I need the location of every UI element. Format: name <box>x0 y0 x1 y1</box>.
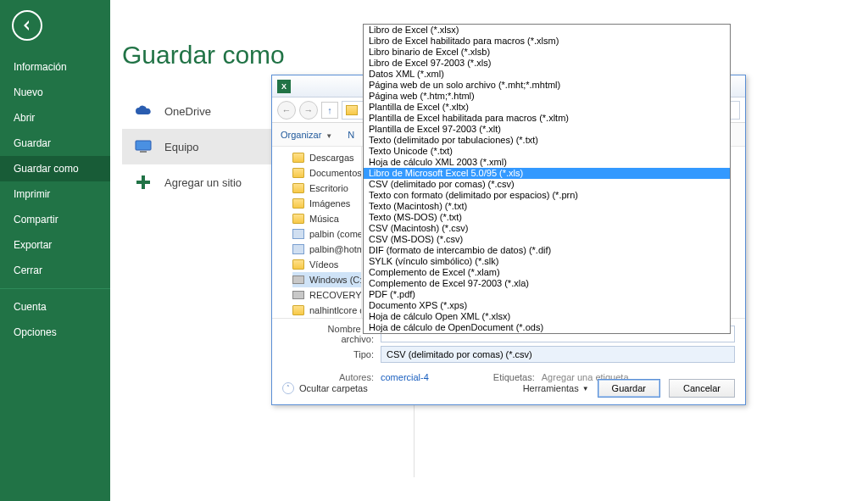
hide-folders-label: Ocultar carpetas <box>299 383 368 393</box>
filetype-option[interactable]: Datos XML (*.xml) <box>364 69 730 80</box>
filetype-option[interactable]: Texto Unicode (*.txt) <box>364 146 730 157</box>
drive-icon <box>292 276 304 284</box>
folder-icon <box>292 214 304 224</box>
filetype-option[interactable]: Libro de Excel habilitado para macros (*… <box>364 36 730 47</box>
organize-menu[interactable]: Organizar ▼ <box>281 130 332 140</box>
sidebar-item[interactable]: Guardar como <box>0 156 110 181</box>
folder-tree-item[interactable]: palbin@hotm <box>292 242 361 257</box>
filetype-option[interactable]: Texto (Macintosh) (*.txt) <box>364 201 730 212</box>
filetype-options-list[interactable]: Libro de Excel (*.xlsx)Libro de Excel ha… <box>363 24 731 334</box>
filetype-option[interactable]: Documento XPS (*.xps) <box>364 300 730 311</box>
folder-label: palbin@hotm <box>309 244 362 254</box>
folder-label: Imágenes <box>309 198 350 209</box>
filetype-option[interactable]: Hoja de cálculo Open XML (*.xlsx) <box>364 311 730 322</box>
sidebar-item[interactable]: Guardar <box>0 131 110 156</box>
folder-tree-item[interactable]: Imágenes <box>292 196 361 211</box>
folder-tree-item[interactable]: Escritorio <box>292 181 361 196</box>
nav-back-button[interactable]: ← <box>277 101 296 120</box>
location-label: Agregar un sitio <box>164 176 242 189</box>
folder-tree-item[interactable]: palbin (comer <box>292 226 361 242</box>
chevron-down-icon: ▼ <box>326 132 332 140</box>
filetype-label: Tipo: <box>298 349 374 359</box>
filetype-option[interactable]: Plantilla de Excel (*.xltx) <box>364 102 730 113</box>
filetype-option[interactable]: Página web (*.htm;*.html) <box>364 91 730 102</box>
plus-icon <box>134 173 153 192</box>
folder-label: Música <box>309 214 339 224</box>
folder-label: Descargas <box>309 153 354 163</box>
save-button[interactable]: Guardar <box>598 379 660 398</box>
folder-tree-item[interactable]: Vídeos <box>292 257 361 272</box>
folder-icon <box>346 105 358 115</box>
folder-icon <box>292 229 304 239</box>
folder-tree-item[interactable]: Descargas <box>292 150 361 165</box>
folder-icon <box>292 305 304 315</box>
filetype-option[interactable]: Texto con formato (delimitado por espaci… <box>364 190 730 201</box>
sidebar-item[interactable]: Información <box>0 54 110 80</box>
sidebar-item[interactable]: Abrir <box>0 105 110 131</box>
sidebar-item[interactable]: Nuevo <box>0 80 110 105</box>
sidebar-item[interactable]: Imprimir <box>0 181 110 207</box>
folder-tree[interactable]: DescargasDocumentosEscritorioImágenesMús… <box>272 147 362 318</box>
svg-rect-1 <box>140 151 147 153</box>
sidebar-item[interactable]: Cuenta <box>0 294 110 320</box>
folder-label: RECOVERY (D <box>309 290 362 300</box>
nav-forward-button[interactable]: → <box>299 101 318 120</box>
folder-tree-item[interactable]: Windows (C:) <box>292 272 361 287</box>
folder-tree-item[interactable]: nalhintlcore d <box>292 303 361 318</box>
filetype-option[interactable]: Complemento de Excel 97-2003 (*.xla) <box>364 278 730 289</box>
excel-icon: X <box>277 80 291 93</box>
dialog-footer: ˄ Ocultar carpetas Herramientas ▼ Guarda… <box>272 379 745 398</box>
cloud-icon <box>134 102 153 120</box>
computer-icon <box>134 137 153 156</box>
folder-label: Escritorio <box>309 183 348 193</box>
filetype-option[interactable]: Libro de Excel 97-2003 (*.xls) <box>364 58 730 69</box>
location-label: OneDrive <box>164 105 211 118</box>
folder-icon <box>292 168 304 178</box>
svg-rect-0 <box>136 141 151 150</box>
sidebar-item[interactable]: Exportar <box>0 232 110 258</box>
new-folder-menu[interactable]: N <box>348 130 354 140</box>
filetype-option[interactable]: CSV (Macintosh) (*.csv) <box>364 223 730 234</box>
sidebar-item[interactable]: Cerrar <box>0 258 110 283</box>
folder-icon <box>292 244 304 254</box>
filetype-option[interactable]: Libro de Excel (*.xlsx) <box>364 25 730 36</box>
filetype-option[interactable]: Hoja de cálculo XML 2003 (*.xml) <box>364 157 730 168</box>
filetype-option[interactable]: DIF (formato de intercambio de datos) (*… <box>364 245 730 256</box>
nav-up-button[interactable]: ↑ <box>321 102 338 119</box>
location-label: Equipo <box>164 141 198 153</box>
folder-label: palbin (comer <box>309 229 362 239</box>
tools-menu[interactable]: Herramientas ▼ <box>523 383 589 393</box>
folder-label: Windows (C:) <box>309 275 362 285</box>
sidebar-item[interactable]: Opciones <box>0 320 110 345</box>
folder-tree-item[interactable]: Música <box>292 211 361 226</box>
folder-icon <box>292 198 304 209</box>
folder-label: nalhintlcore d <box>309 305 362 315</box>
drive-icon <box>292 291 304 299</box>
folder-label: Documentos <box>309 168 362 178</box>
back-button[interactable] <box>12 10 42 41</box>
cancel-button[interactable]: Cancelar <box>669 379 735 398</box>
sidebar-separator <box>0 288 110 289</box>
filetype-dropdown[interactable] <box>381 346 735 363</box>
filetype-option[interactable]: Plantilla de Excel 97-2003 (*.xlt) <box>364 124 730 135</box>
backstage-sidebar: InformaciónNuevoAbrirGuardarGuardar como… <box>0 0 110 501</box>
filetype-option[interactable]: Texto (delimitado por tabulaciones) (*.t… <box>364 135 730 146</box>
filetype-option[interactable]: Plantilla de Excel habilitada para macro… <box>364 113 730 124</box>
filetype-option[interactable]: Página web de un solo archivo (*.mht;*.m… <box>364 80 730 91</box>
filetype-option[interactable]: Complemento de Excel (*.xlam) <box>364 267 730 278</box>
filetype-option[interactable]: PDF (*.pdf) <box>364 289 730 300</box>
filetype-option[interactable]: CSV (MS-DOS) (*.csv) <box>364 234 730 245</box>
hide-folders-toggle[interactable]: ˄ Ocultar carpetas <box>282 382 368 394</box>
folder-tree-item[interactable]: RECOVERY (D <box>292 287 361 303</box>
filetype-option[interactable]: Texto (MS-DOS) (*.txt) <box>364 212 730 223</box>
filetype-option[interactable]: Libro de Microsoft Excel 5.0/95 (*.xls) <box>364 168 730 179</box>
chevron-down-icon: ▼ <box>582 385 589 392</box>
filetype-option[interactable]: Hoja de cálculo de OpenDocument (*.ods) <box>364 322 730 333</box>
filetype-option[interactable]: SYLK (vínculo simbólico) (*.slk) <box>364 256 730 267</box>
folder-icon <box>292 153 304 163</box>
filetype-option[interactable]: CSV (delimitado por comas) (*.csv) <box>364 179 730 190</box>
folder-tree-item[interactable]: Documentos <box>292 165 361 181</box>
chevron-up-icon: ˄ <box>282 382 294 394</box>
sidebar-item[interactable]: Compartir <box>0 207 110 232</box>
filetype-option[interactable]: Libro binario de Excel (*.xlsb) <box>364 47 730 58</box>
